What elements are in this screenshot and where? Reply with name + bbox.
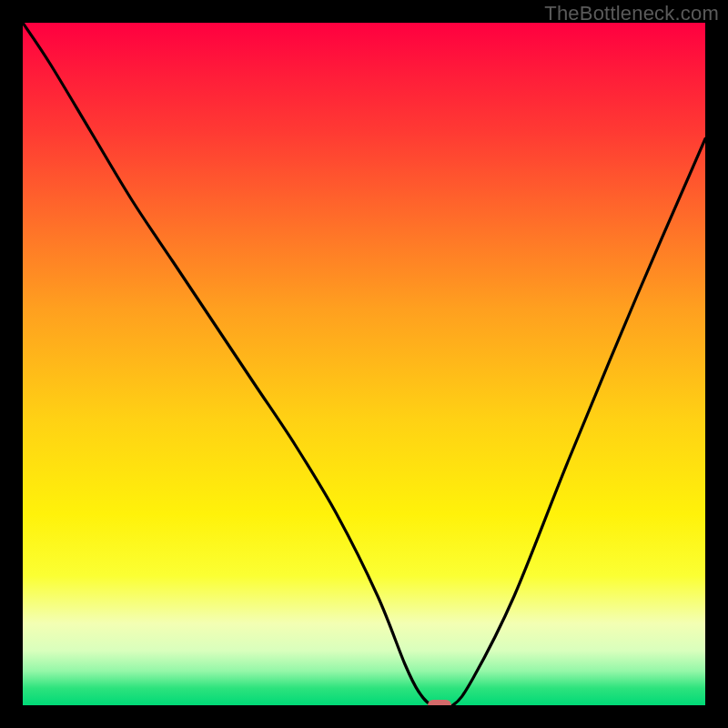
plot-area xyxy=(23,23,705,705)
watermark-text: TheBottleneck.com xyxy=(544,2,719,25)
bottleneck-curve xyxy=(23,23,705,705)
chart-frame: TheBottleneck.com xyxy=(0,0,728,728)
optimal-point-marker xyxy=(428,700,451,705)
